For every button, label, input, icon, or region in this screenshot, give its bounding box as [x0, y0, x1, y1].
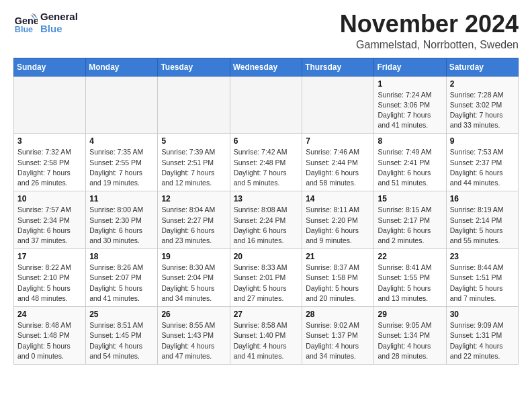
- header: General Blue General Blue November 2024 …: [13, 11, 519, 51]
- day-info: Sunrise: 8:33 AM Sunset: 2:01 PM Dayligh…: [234, 263, 299, 304]
- calendar-cell: 23Sunrise: 8:44 AM Sunset: 1:51 PM Dayli…: [446, 249, 518, 307]
- day-number: 25: [89, 310, 154, 319]
- calendar-cell: 21Sunrise: 8:37 AM Sunset: 1:58 PM Dayli…: [302, 249, 374, 307]
- logo-icon: General Blue: [13, 11, 38, 35]
- day-info: Sunrise: 8:44 AM Sunset: 1:51 PM Dayligh…: [450, 263, 515, 304]
- day-info: Sunrise: 7:57 AM Sunset: 2:34 PM Dayligh…: [17, 205, 82, 246]
- calendar-cell: 19Sunrise: 8:30 AM Sunset: 2:04 PM Dayli…: [158, 249, 230, 307]
- svg-text:Blue: Blue: [15, 25, 33, 34]
- day-info: Sunrise: 8:51 AM Sunset: 1:45 PM Dayligh…: [89, 320, 154, 361]
- day-number: 18: [89, 252, 154, 261]
- day-info: Sunrise: 8:30 AM Sunset: 2:04 PM Dayligh…: [161, 263, 226, 304]
- day-info: Sunrise: 8:26 AM Sunset: 2:07 PM Dayligh…: [89, 263, 154, 304]
- day-number: 4: [89, 136, 154, 146]
- day-number: 3: [17, 136, 82, 146]
- day-info: Sunrise: 8:22 AM Sunset: 2:10 PM Dayligh…: [17, 263, 82, 304]
- calendar-week-row: 17Sunrise: 8:22 AM Sunset: 2:10 PM Dayli…: [14, 249, 519, 307]
- day-number: 20: [234, 252, 299, 261]
- day-number: 16: [450, 194, 515, 203]
- calendar-cell: 8Sunrise: 7:49 AM Sunset: 2:41 PM Daylig…: [374, 134, 446, 191]
- calendar-week-row: 10Sunrise: 7:57 AM Sunset: 2:34 PM Dayli…: [14, 191, 519, 249]
- svg-text:General: General: [15, 15, 38, 26]
- day-info: Sunrise: 7:49 AM Sunset: 2:41 PM Dayligh…: [378, 147, 442, 188]
- calendar-cell: 18Sunrise: 8:26 AM Sunset: 2:07 PM Dayli…: [86, 249, 158, 307]
- day-number: 8: [378, 136, 442, 146]
- day-number: 14: [306, 194, 370, 203]
- day-number: 30: [450, 310, 515, 319]
- weekday-header: Tuesday: [158, 58, 230, 76]
- calendar-cell: 16Sunrise: 8:19 AM Sunset: 2:14 PM Dayli…: [446, 191, 518, 249]
- day-number: 23: [450, 252, 515, 261]
- calendar-cell: 4Sunrise: 7:35 AM Sunset: 2:55 PM Daylig…: [86, 134, 158, 191]
- calendar-cell: [158, 76, 230, 134]
- day-number: 26: [161, 310, 226, 319]
- day-info: Sunrise: 9:05 AM Sunset: 1:34 PM Dayligh…: [378, 320, 442, 361]
- calendar-cell: 20Sunrise: 8:33 AM Sunset: 2:01 PM Dayli…: [230, 249, 302, 307]
- day-info: Sunrise: 9:09 AM Sunset: 1:31 PM Dayligh…: [450, 320, 515, 361]
- day-number: 28: [306, 310, 370, 319]
- calendar-cell: 29Sunrise: 9:05 AM Sunset: 1:34 PM Dayli…: [374, 307, 446, 365]
- day-number: 12: [161, 194, 226, 203]
- weekday-header: Sunday: [14, 58, 86, 76]
- month-title: November 2024: [340, 11, 519, 38]
- day-info: Sunrise: 8:41 AM Sunset: 1:55 PM Dayligh…: [378, 263, 442, 304]
- calendar-cell: 22Sunrise: 8:41 AM Sunset: 1:55 PM Dayli…: [374, 249, 446, 307]
- logo-blue: Blue: [40, 23, 78, 35]
- day-number: 17: [17, 252, 82, 261]
- calendar: SundayMondayTuesdayWednesdayThursdayFrid…: [13, 58, 519, 365]
- weekday-header: Monday: [86, 58, 158, 76]
- calendar-week-row: 24Sunrise: 8:48 AM Sunset: 1:48 PM Dayli…: [14, 307, 519, 365]
- calendar-cell: 14Sunrise: 8:11 AM Sunset: 2:20 PM Dayli…: [302, 191, 374, 249]
- weekday-header: Friday: [374, 58, 446, 76]
- day-number: 11: [89, 194, 154, 203]
- day-info: Sunrise: 7:42 AM Sunset: 2:48 PM Dayligh…: [234, 147, 299, 188]
- day-info: Sunrise: 8:04 AM Sunset: 2:27 PM Dayligh…: [161, 205, 226, 246]
- day-info: Sunrise: 8:15 AM Sunset: 2:17 PM Dayligh…: [378, 205, 442, 246]
- day-number: 24: [17, 310, 82, 319]
- calendar-cell: 26Sunrise: 8:55 AM Sunset: 1:43 PM Dayli…: [158, 307, 230, 365]
- calendar-cell: [86, 76, 158, 134]
- calendar-cell: 24Sunrise: 8:48 AM Sunset: 1:48 PM Dayli…: [14, 307, 86, 365]
- location-title: Gammelstad, Norrbotten, Sweden: [340, 39, 519, 51]
- calendar-cell: [302, 76, 374, 134]
- calendar-week-row: 3Sunrise: 7:32 AM Sunset: 2:58 PM Daylig…: [14, 134, 519, 191]
- calendar-cell: [14, 76, 86, 134]
- day-number: 5: [161, 136, 226, 146]
- calendar-cell: 12Sunrise: 8:04 AM Sunset: 2:27 PM Dayli…: [158, 191, 230, 249]
- calendar-week-row: 1Sunrise: 7:24 AM Sunset: 3:06 PM Daylig…: [14, 76, 519, 134]
- calendar-cell: 9Sunrise: 7:53 AM Sunset: 2:37 PM Daylig…: [446, 134, 518, 191]
- day-number: 29: [378, 310, 442, 319]
- calendar-header-row: SundayMondayTuesdayWednesdayThursdayFrid…: [14, 58, 519, 76]
- calendar-cell: 5Sunrise: 7:39 AM Sunset: 2:51 PM Daylig…: [158, 134, 230, 191]
- calendar-cell: 1Sunrise: 7:24 AM Sunset: 3:06 PM Daylig…: [374, 76, 446, 134]
- day-info: Sunrise: 7:35 AM Sunset: 2:55 PM Dayligh…: [89, 147, 154, 188]
- day-info: Sunrise: 8:08 AM Sunset: 2:24 PM Dayligh…: [234, 205, 299, 246]
- day-info: Sunrise: 8:19 AM Sunset: 2:14 PM Dayligh…: [450, 205, 515, 246]
- calendar-cell: 15Sunrise: 8:15 AM Sunset: 2:17 PM Dayli…: [374, 191, 446, 249]
- calendar-cell: [230, 76, 302, 134]
- logo: General Blue General Blue: [13, 11, 78, 35]
- weekday-header: Saturday: [446, 58, 518, 76]
- logo-general: General: [40, 11, 78, 23]
- calendar-cell: 13Sunrise: 8:08 AM Sunset: 2:24 PM Dayli…: [230, 191, 302, 249]
- day-number: 13: [234, 194, 299, 203]
- calendar-cell: 28Sunrise: 9:02 AM Sunset: 1:37 PM Dayli…: [302, 307, 374, 365]
- day-info: Sunrise: 8:00 AM Sunset: 2:30 PM Dayligh…: [89, 205, 154, 246]
- day-info: Sunrise: 7:46 AM Sunset: 2:44 PM Dayligh…: [306, 147, 370, 188]
- day-info: Sunrise: 7:53 AM Sunset: 2:37 PM Dayligh…: [450, 147, 515, 188]
- calendar-cell: 11Sunrise: 8:00 AM Sunset: 2:30 PM Dayli…: [86, 191, 158, 249]
- day-number: 10: [17, 194, 82, 203]
- calendar-cell: 10Sunrise: 7:57 AM Sunset: 2:34 PM Dayli…: [14, 191, 86, 249]
- day-number: 15: [378, 194, 442, 203]
- day-number: 6: [234, 136, 299, 146]
- day-info: Sunrise: 9:02 AM Sunset: 1:37 PM Dayligh…: [306, 320, 370, 361]
- calendar-cell: 25Sunrise: 8:51 AM Sunset: 1:45 PM Dayli…: [86, 307, 158, 365]
- day-info: Sunrise: 7:28 AM Sunset: 3:02 PM Dayligh…: [450, 90, 515, 131]
- day-info: Sunrise: 7:39 AM Sunset: 2:51 PM Dayligh…: [161, 147, 226, 188]
- day-info: Sunrise: 8:55 AM Sunset: 1:43 PM Dayligh…: [161, 320, 226, 361]
- day-info: Sunrise: 8:37 AM Sunset: 1:58 PM Dayligh…: [306, 263, 370, 304]
- day-number: 22: [378, 252, 442, 261]
- day-number: 2: [450, 79, 515, 89]
- day-number: 27: [234, 310, 299, 319]
- day-info: Sunrise: 7:24 AM Sunset: 3:06 PM Dayligh…: [378, 90, 442, 131]
